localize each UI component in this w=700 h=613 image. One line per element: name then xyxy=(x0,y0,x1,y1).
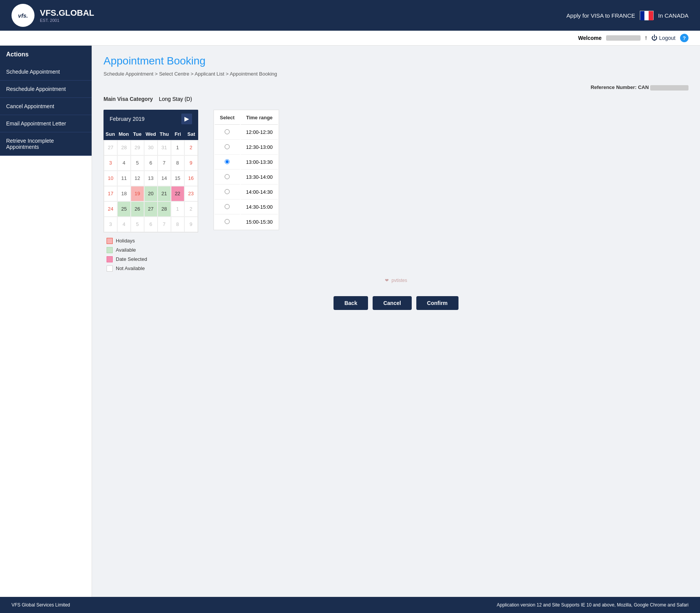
logout-button[interactable]: ⏻ Logout xyxy=(651,35,675,41)
logout-label: Logout xyxy=(659,35,675,41)
time-slot-radio-cell[interactable] xyxy=(215,170,240,185)
watermark-text: pvtistes xyxy=(391,278,407,283)
calendar-cell: 4 xyxy=(117,217,131,232)
calendar-next-button[interactable]: ▶ xyxy=(181,114,192,124)
col-time: Time range xyxy=(241,111,278,125)
calendar-cell: 8 xyxy=(171,155,184,171)
calendar-cell[interactable]: 25 xyxy=(117,201,131,217)
time-slot-radio-cell[interactable] xyxy=(215,200,240,214)
username-blurred xyxy=(606,35,641,41)
time-slot-label: 14:30-15:00 xyxy=(241,200,278,214)
calendar-cell: 4 xyxy=(117,155,131,171)
legend-available: Available xyxy=(107,247,147,253)
calendar-cell: 5 xyxy=(131,155,144,171)
time-slot-radio[interactable] xyxy=(225,189,230,194)
calendar-cell[interactable]: 20 xyxy=(144,186,158,201)
calendar-cell: 2 xyxy=(184,140,198,155)
legend-box-available xyxy=(107,247,113,253)
action-buttons: Back Cancel Confirm xyxy=(104,296,688,310)
calendar: February 2019 ▶ Sun Mon Tue Wed Thu Fri … xyxy=(104,110,198,232)
time-slot-row: 15:00-15:30 xyxy=(215,215,278,229)
time-slot-radio-cell[interactable] xyxy=(215,155,240,170)
time-slots-section: Select Time range 12:00-12:3012:30-13:00… xyxy=(206,110,279,230)
sidebar-item-retrieve[interactable]: Retrieve Incomplete Appointments xyxy=(0,132,92,156)
calendar-cell: 12 xyxy=(131,171,144,186)
cancel-button[interactable]: Cancel xyxy=(373,296,412,310)
calendar-cell: 1 xyxy=(171,201,184,217)
logo-circle: vfs. xyxy=(12,4,35,27)
watermark: ❤ pvtistes xyxy=(104,276,688,285)
calendar-cell: 3 xyxy=(104,155,117,171)
day-header-tue: Tue xyxy=(130,128,144,140)
help-button[interactable]: ? xyxy=(680,34,688,42)
calendar-cell: 24 xyxy=(104,201,117,217)
time-slot-radio[interactable] xyxy=(225,204,230,209)
legend-box-holiday xyxy=(107,238,113,244)
sidebar-item-email[interactable]: Email Appointment Letter xyxy=(0,115,92,132)
calendar-cell: 23 xyxy=(184,186,198,201)
confirm-button[interactable]: Confirm xyxy=(416,296,458,310)
time-slot-radio[interactable] xyxy=(225,144,230,149)
calendar-cell[interactable]: 21 xyxy=(158,186,171,201)
legend-box-selected xyxy=(107,256,113,262)
calendar-cell: 11 xyxy=(117,171,131,186)
back-button[interactable]: Back xyxy=(334,296,368,310)
logo-vfs: vfs. xyxy=(18,12,28,19)
calendar-cell: 9 xyxy=(184,155,198,171)
breadcrumb: Schedule Appointment > Select Centre > A… xyxy=(104,71,688,77)
time-slot-label: 13:30-14:00 xyxy=(241,170,278,185)
calendar-cell: 19 xyxy=(131,186,144,201)
calendar-cell: 29 xyxy=(131,140,144,155)
time-slot-radio-cell[interactable] xyxy=(215,125,240,140)
ref-blurred xyxy=(650,85,688,91)
sidebar-item-cancel[interactable]: Cancel Appointment xyxy=(0,98,92,115)
calendar-cell: 6 xyxy=(144,217,158,232)
calendar-time-row: February 2019 ▶ Sun Mon Tue Wed Thu Fri … xyxy=(104,110,688,275)
time-slot-radio[interactable] xyxy=(225,174,230,179)
legend-label-available: Available xyxy=(116,247,136,253)
legend-selected: Date Selected xyxy=(107,256,147,262)
logo-area: vfs. VFS.GLOBAL EST. 2001 xyxy=(12,4,94,27)
calendar-cell: 14 xyxy=(158,171,171,186)
flag-white xyxy=(644,11,649,20)
calendar-cell: 18 xyxy=(117,186,131,201)
calendar-cell[interactable]: 27 xyxy=(144,201,158,217)
visa-category-label: Main Visa Category xyxy=(104,96,153,102)
legend-box-unavailable xyxy=(107,265,113,272)
time-slot-radio[interactable] xyxy=(225,219,230,224)
calendar-cell: 10 xyxy=(104,171,117,186)
day-header-mon: Mon xyxy=(117,128,130,140)
calendar-cell[interactable]: 28 xyxy=(158,201,171,217)
calendar-cell: 8 xyxy=(171,217,184,232)
header-right: Apply for VISA to FRANCE In CANADA xyxy=(567,11,688,20)
day-header-thu: Thu xyxy=(158,128,171,140)
sidebar-item-reschedule[interactable]: Reschedule Appointment xyxy=(0,81,92,98)
page-title: Appointment Booking xyxy=(104,55,688,67)
sidebar-item-schedule[interactable]: Schedule Appointment xyxy=(0,63,92,81)
day-header-sat: Sat xyxy=(184,128,198,140)
time-slot-radio[interactable] xyxy=(225,129,230,134)
time-slots-body: 12:00-12:3012:30-13:0013:00-13:3013:30-1… xyxy=(215,125,278,229)
time-slot-radio[interactable] xyxy=(225,159,230,164)
footer-right: Application version 12 and Site Supports… xyxy=(497,602,688,608)
brand-name: VFS.GLOBAL xyxy=(40,8,94,18)
calendar-cell[interactable]: 22 xyxy=(171,186,184,201)
time-slot-label: 13:00-13:30 xyxy=(241,155,278,170)
calendar-cell: 1 xyxy=(171,140,184,155)
time-slot-label: 15:00-15:30 xyxy=(241,215,278,229)
time-slot-label: 12:30-13:00 xyxy=(241,140,278,155)
time-slot-radio-cell[interactable] xyxy=(215,140,240,155)
time-slot-table: Select Time range 12:00-12:3012:30-13:00… xyxy=(214,110,279,230)
calendar-cell[interactable]: 26 xyxy=(131,201,144,217)
logout-icon: ⏻ xyxy=(651,35,657,41)
time-slot-radio-cell[interactable] xyxy=(215,215,240,229)
legend: Holidays Available Date Selected Not Ava… xyxy=(107,238,147,275)
footer: VFS Global Services Limited Application … xyxy=(0,597,700,613)
time-slot-row: 12:00-12:30 xyxy=(215,125,278,140)
calendar-header: February 2019 ▶ xyxy=(104,110,198,128)
legend-label-unavailable: Not Available xyxy=(116,265,145,271)
time-slot-radio-cell[interactable] xyxy=(215,185,240,199)
calendar-cell: 15 xyxy=(171,171,184,186)
in-country: In CANADA xyxy=(658,12,688,19)
calendar-cell: 2 xyxy=(184,201,198,217)
